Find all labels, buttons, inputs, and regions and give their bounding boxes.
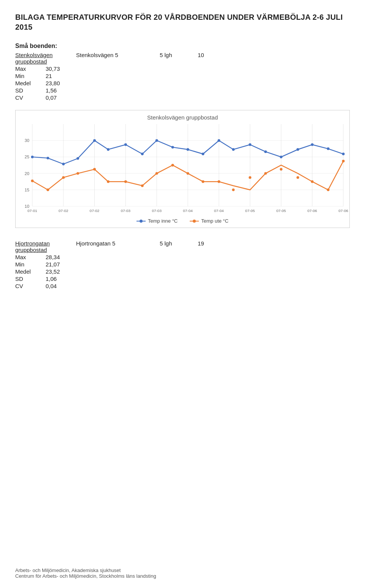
chart1-svg: 10 15 20 25 30 07-01 07-02 07-02 07-03 0…: [32, 124, 343, 206]
svg-point-41: [171, 146, 174, 148]
svg-text:07-05: 07-05: [276, 209, 286, 213]
svg-point-55: [62, 176, 65, 179]
section1-address: Stenkolsvägen 5: [76, 52, 160, 65]
svg-point-59: [124, 180, 127, 183]
svg-point-37: [107, 148, 110, 151]
svg-text:07-03: 07-03: [152, 209, 162, 213]
svg-point-40: [156, 139, 158, 142]
svg-text:07-05: 07-05: [245, 209, 255, 213]
chart1-legend: Temp inne °C Temp ute °C: [16, 218, 349, 224]
svg-point-69: [280, 168, 282, 171]
section1-medel-label: Medel: [15, 80, 46, 86]
svg-text:07-04: 07-04: [183, 209, 193, 213]
svg-point-70: [297, 176, 299, 179]
footer-line2: Centrum för Arbets- och Miljömedicin, St…: [15, 573, 156, 579]
section2-cv-label: CV: [15, 283, 46, 289]
svg-text:30: 30: [25, 138, 29, 143]
svg-point-62: [171, 164, 174, 167]
section1-sd-label: SD: [15, 87, 46, 94]
section2-info-table: Hjortrongatan gruppbostad Hjortrongatan …: [15, 240, 350, 289]
svg-point-36: [93, 139, 96, 142]
section2-min-value: 21,07: [46, 261, 76, 268]
svg-point-71: [311, 180, 314, 183]
svg-point-47: [264, 150, 267, 153]
section1-sd-value: 1,56: [46, 87, 76, 94]
chart1-container: Stenkolsvägen gruppbostad 10 15 20 25 30…: [15, 110, 350, 228]
svg-text:07-03: 07-03: [121, 209, 131, 213]
section2-name: Hjortrongatan gruppbostad: [15, 240, 46, 253]
section2-lgh: 5 lgh: [160, 240, 198, 253]
svg-point-43: [202, 153, 204, 155]
section1-heading: Små boenden:: [15, 43, 350, 49]
svg-point-49: [297, 148, 299, 151]
footer: Arbets- och Miljömedicin, Akademiska sju…: [15, 567, 156, 579]
svg-point-52: [342, 153, 345, 155]
svg-point-58: [107, 180, 110, 183]
svg-point-48: [280, 156, 282, 158]
section2-address: Hjortrongatan 5: [76, 240, 160, 253]
svg-text:20: 20: [25, 171, 29, 176]
section2-max-label: Max: [15, 254, 46, 260]
svg-point-64: [202, 180, 204, 183]
svg-point-53: [31, 180, 34, 182]
section2-number: 19: [198, 240, 221, 253]
chart1-legend-inne-label: Temp inne °C: [148, 218, 178, 224]
main-title: BILAGA TEMPERATURKURVOR FÖR 20 VÅRDBOEND…: [15, 12, 350, 32]
svg-point-51: [327, 147, 330, 150]
svg-point-73: [342, 160, 345, 163]
svg-point-56: [76, 172, 79, 175]
svg-point-57: [93, 168, 96, 171]
svg-point-34: [62, 163, 65, 166]
section2-sd-label: SD: [15, 276, 46, 282]
section1-cv-label: CV: [15, 94, 46, 101]
section1-number: 10: [198, 52, 221, 65]
section1-max-value: 30,73: [46, 65, 76, 72]
section2-min-label: Min: [15, 261, 46, 268]
svg-point-35: [76, 157, 79, 160]
section1-info-table: Stenkolsvägen gruppbostad Stenkolsvägen …: [15, 52, 350, 101]
section1-max-label: Max: [15, 65, 46, 72]
svg-point-39: [141, 153, 144, 155]
svg-text:07-01: 07-01: [27, 209, 37, 213]
svg-point-44: [217, 139, 220, 142]
svg-text:07-02: 07-02: [59, 209, 68, 213]
section2-block: Hjortrongatan gruppbostad Hjortrongatan …: [15, 240, 350, 289]
section2-max-value: 28,34: [46, 254, 76, 260]
svg-point-45: [232, 148, 235, 151]
footer-line1: Arbets- och Miljömedicin, Akademiska sju…: [15, 567, 156, 573]
svg-point-32: [31, 156, 34, 158]
svg-text:07-06: 07-06: [338, 209, 348, 213]
chart1-legend-ute: Temp ute °C: [190, 218, 229, 224]
svg-point-63: [187, 172, 189, 175]
svg-point-68: [264, 172, 267, 175]
section1-medel-value: 23,80: [46, 80, 76, 86]
section1-cv-value: 0,07: [46, 94, 76, 101]
svg-point-54: [46, 188, 49, 191]
chart1-inner: 10 15 20 25 30 07-01 07-02 07-02 07-03 0…: [32, 124, 343, 206]
section2-medel-label: Medel: [15, 268, 46, 275]
svg-point-33: [46, 157, 49, 159]
svg-point-46: [249, 143, 251, 146]
section1-block: Små boenden: Stenkolsvägen gruppbostad S…: [15, 43, 350, 101]
chart1-legend-ute-label: Temp ute °C: [201, 218, 229, 224]
svg-point-60: [141, 185, 144, 187]
svg-point-65: [217, 180, 220, 183]
svg-text:10: 10: [25, 204, 29, 209]
section1-lgh: 5 lgh: [160, 52, 198, 65]
section1-min-value: 21: [46, 73, 76, 79]
svg-text:07-06: 07-06: [307, 209, 317, 213]
svg-text:07-04: 07-04: [214, 209, 224, 213]
svg-point-66: [232, 188, 235, 191]
section1-min-label: Min: [15, 73, 46, 79]
chart1-legend-inne: Temp inne °C: [136, 218, 178, 224]
svg-point-38: [124, 143, 127, 146]
chart1-title: Stenkolsvägen gruppbostad: [16, 114, 349, 121]
section2-sd-value: 1,06: [46, 276, 76, 282]
svg-text:25: 25: [25, 155, 29, 159]
svg-point-61: [156, 172, 158, 175]
section2-cv-value: 0,04: [46, 283, 76, 289]
svg-text:07-02: 07-02: [90, 209, 99, 213]
svg-point-67: [249, 176, 251, 179]
svg-text:15: 15: [25, 188, 29, 192]
svg-point-50: [311, 143, 314, 146]
